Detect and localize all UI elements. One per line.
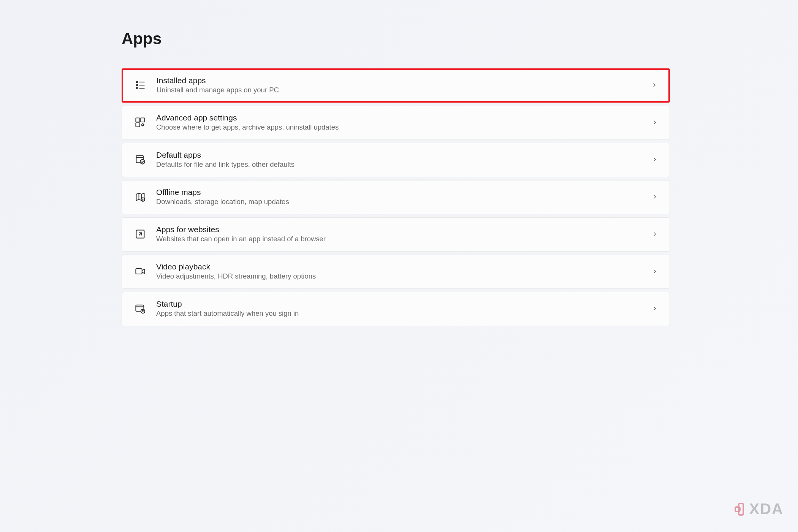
default-apps-icon — [134, 154, 146, 166]
watermark-text: XDA — [749, 500, 784, 518]
card-description: Uninstall and manage apps on your PC — [157, 86, 651, 94]
page-title: Apps — [122, 30, 798, 48]
chevron-right-icon — [651, 156, 658, 163]
card-title: Video playback — [156, 262, 651, 271]
card-text: Apps for websites Websites that can open… — [156, 225, 651, 243]
card-title: Installed apps — [157, 76, 651, 85]
card-text: Default apps Defaults for file and link … — [156, 150, 651, 169]
installed-apps-icon — [135, 79, 147, 91]
xda-watermark: XDA — [734, 500, 784, 518]
startup-icon — [134, 302, 146, 315]
video-playback-card[interactable]: Video playback Video adjustments, HDR st… — [122, 255, 670, 289]
card-description: Video adjustments, HDR streaming, batter… — [156, 272, 651, 280]
offline-maps-icon — [134, 191, 146, 203]
card-description: Defaults for file and link types, other … — [156, 160, 651, 169]
chevron-right-icon — [651, 119, 658, 126]
svg-point-0 — [136, 81, 138, 83]
chevron-right-icon — [651, 268, 658, 275]
card-text: Offline maps Downloads, storage location… — [156, 188, 651, 206]
svg-point-1 — [136, 84, 138, 86]
card-description: Websites that can open in an app instead… — [156, 235, 651, 243]
card-title: Startup — [156, 299, 651, 309]
card-title: Apps for websites — [156, 225, 651, 234]
chevron-right-icon — [651, 193, 658, 200]
video-playback-icon — [134, 265, 146, 277]
svg-rect-7 — [141, 118, 145, 122]
card-text: Video playback Video adjustments, HDR st… — [156, 262, 651, 280]
svg-point-9 — [142, 124, 144, 126]
card-text: Advanced app settings Choose where to ge… — [156, 113, 651, 131]
advanced-app-settings-icon — [134, 116, 146, 128]
installed-apps-card[interactable]: Installed apps Uninstall and manage apps… — [122, 68, 670, 103]
default-apps-card[interactable]: Default apps Defaults for file and link … — [122, 143, 670, 177]
svg-rect-21 — [735, 507, 740, 511]
startup-card[interactable]: Startup Apps that start automatically wh… — [122, 292, 670, 326]
svg-rect-6 — [136, 118, 140, 122]
card-text: Installed apps Uninstall and manage apps… — [157, 76, 651, 94]
svg-rect-8 — [136, 123, 140, 127]
card-title: Default apps — [156, 150, 651, 160]
card-text: Startup Apps that start automatically wh… — [156, 299, 651, 318]
svg-rect-2 — [136, 87, 138, 89]
apps-for-websites-icon — [134, 228, 146, 240]
card-description: Apps that start automatically when you s… — [156, 309, 651, 318]
apps-for-websites-card[interactable]: Apps for websites Websites that can open… — [122, 217, 670, 252]
xda-logo-icon — [734, 502, 748, 516]
advanced-app-settings-card[interactable]: Advanced app settings Choose where to ge… — [122, 106, 670, 140]
card-title: Offline maps — [156, 188, 651, 197]
chevron-right-icon — [651, 305, 658, 312]
card-description: Choose where to get apps, archive apps, … — [156, 123, 651, 131]
card-description: Downloads, storage location, map updates — [156, 198, 651, 206]
svg-rect-16 — [136, 269, 142, 274]
chevron-right-icon — [651, 82, 658, 89]
chevron-right-icon — [651, 231, 658, 238]
settings-list: Installed apps Uninstall and manage apps… — [122, 68, 670, 326]
card-title: Advanced app settings — [156, 113, 651, 122]
offline-maps-card[interactable]: Offline maps Downloads, storage location… — [122, 180, 670, 214]
